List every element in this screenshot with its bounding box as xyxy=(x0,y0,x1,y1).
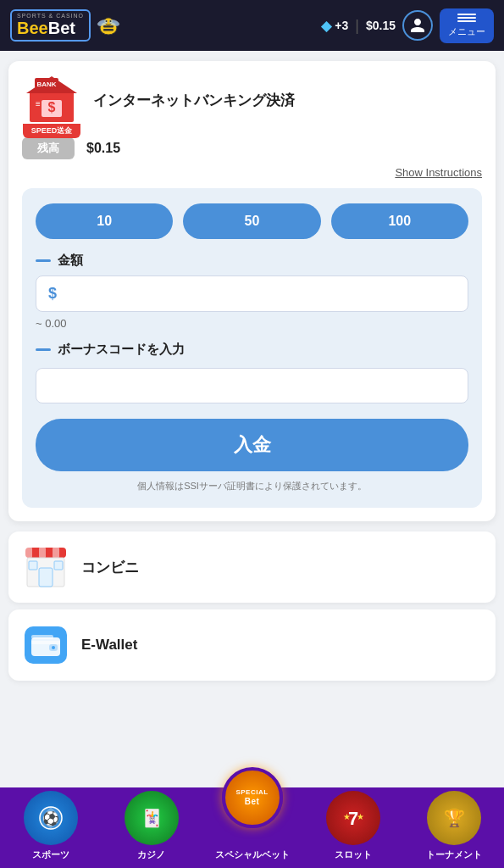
quick-amounts: 10 50 100 xyxy=(36,203,468,239)
approx-value: ~ 0.00 xyxy=(36,317,468,330)
special-icon-wrap: SPECIAL Bet xyxy=(222,767,283,828)
svg-rect-19 xyxy=(53,548,59,558)
bank-logo: BANK $ ≡ SPEED送金 xyxy=(22,75,81,125)
hamburger-icon xyxy=(457,20,476,22)
diamond-icon: ◆ xyxy=(321,18,331,34)
quick-amount-50[interactable]: 50 xyxy=(183,203,320,239)
show-instructions-row: Show Instructions xyxy=(22,164,482,180)
nav-casino[interactable]: 🃏 カジノ xyxy=(101,787,202,868)
special-icon: SPECIAL Bet xyxy=(222,767,283,828)
konbini-section[interactable]: コンビニ xyxy=(8,531,496,603)
nav-tournament-label: トーナメント xyxy=(426,849,482,861)
menu-button[interactable]: メニュー xyxy=(440,8,494,43)
svg-rect-23 xyxy=(54,561,63,570)
hamburger-icon xyxy=(457,14,476,15)
bank-header: BANK $ ≡ SPEED送金 xyxy=(22,75,482,125)
dollar-prefix: $ xyxy=(48,285,57,303)
logo: SPORTS & CASINO Bee Bet xyxy=(10,9,123,42)
user-icon-button[interactable] xyxy=(402,10,433,41)
bonus-label-row: ボーナスコードを入力 xyxy=(36,342,468,358)
logo-bet: Bet xyxy=(48,19,75,38)
svg-rect-17 xyxy=(25,548,32,558)
bonus-label: ボーナスコードを入力 xyxy=(58,342,185,358)
bank-house: BANK $ ≡ xyxy=(23,75,80,127)
security-note: 個人情報はSSIサーバ証明書により保護されています。 xyxy=(36,480,468,492)
amount-label-row: 金額 xyxy=(36,253,468,269)
mascot-icon xyxy=(94,11,123,40)
konbini-title: コンビニ xyxy=(81,558,139,577)
bank-title: インターネットバンキング決済 xyxy=(93,91,295,110)
quick-amount-10[interactable]: 10 xyxy=(36,203,173,239)
ewallet-title: E-Wallet xyxy=(81,637,137,654)
form-card: 10 50 100 金額 $ ~ 0.00 ボーナスコードを入力 入金 xyxy=(22,188,482,508)
svg-point-8 xyxy=(110,20,112,22)
bonus-input[interactable] xyxy=(36,368,468,403)
amount-label: 金額 xyxy=(58,253,83,269)
ewallet-icon-box xyxy=(24,623,68,667)
amount-input[interactable] xyxy=(64,287,456,301)
svg-text:BANK: BANK xyxy=(36,81,56,88)
amount-input-wrap: $ xyxy=(36,275,468,312)
amount-dash xyxy=(36,259,51,262)
menu-label: メニュー xyxy=(448,25,485,38)
nav-casino-label: カジノ xyxy=(137,849,165,861)
bank-logo-container: BANK $ ≡ SPEED送金 xyxy=(22,75,81,138)
logo-main: Bee Bet xyxy=(17,19,84,38)
svg-rect-2 xyxy=(103,25,114,28)
balance-amount: $0.15 xyxy=(86,141,120,156)
logo-box: SPORTS & CASINO Bee Bet xyxy=(10,9,91,42)
svg-text:🃏: 🃏 xyxy=(141,808,162,828)
svg-text:★: ★ xyxy=(356,812,363,821)
quick-amount-100[interactable]: 100 xyxy=(331,203,468,239)
svg-text:★: ★ xyxy=(342,812,350,821)
nav-special[interactable]: SPECIAL Bet スペシャルベット xyxy=(202,787,302,868)
konbini-icon-box xyxy=(24,545,68,589)
svg-rect-21 xyxy=(39,568,53,587)
nav-tournament[interactable]: 🏆 トーナメント xyxy=(403,787,504,868)
nav-slots[interactable]: 7 ★ ★ スロット xyxy=(302,787,403,868)
header-right: ◆ +3 | $0.15 メニュー xyxy=(321,8,494,43)
logo-tagline: SPORTS & CASINO xyxy=(17,13,84,19)
casino-icon: 🃏 xyxy=(125,791,179,845)
bank-icon: BANK $ ≡ SPEED送金 xyxy=(22,75,81,138)
svg-rect-3 xyxy=(103,29,114,31)
balance-label: 残高 xyxy=(22,137,75,159)
main-content: BANK $ ≡ SPEED送金 xyxy=(0,61,504,789)
logo-bee: Bee xyxy=(17,19,48,38)
special-bet-text: SPECIAL Bet xyxy=(235,789,268,806)
deposit-button[interactable]: 入金 xyxy=(36,419,468,471)
svg-rect-22 xyxy=(29,561,37,570)
svg-text:⚽: ⚽ xyxy=(42,810,59,826)
svg-rect-25 xyxy=(31,641,60,644)
bottom-nav: ⚽ スポーツ 🃏 カジノ SPECIAL Bet スペシャルベット xyxy=(0,787,504,868)
nav-sports-label: スポーツ xyxy=(32,849,69,861)
header-balance: $0.15 xyxy=(366,19,396,32)
app-header: SPORTS & CASINO Bee Bet ◆ +3 xyxy=(0,0,504,51)
svg-rect-28 xyxy=(31,635,53,639)
ewallet-section[interactable]: E-Wallet xyxy=(8,609,496,681)
balance-row: 残高 $0.15 xyxy=(22,137,482,159)
diamond-count: +3 xyxy=(335,19,348,32)
nav-sports[interactable]: ⚽ スポーツ xyxy=(0,787,101,868)
svg-rect-18 xyxy=(39,548,46,558)
nav-slots-label: スロット xyxy=(335,849,372,861)
hamburger-icon xyxy=(457,17,476,19)
svg-point-7 xyxy=(106,20,108,22)
wallet-icon xyxy=(25,626,67,664)
diamond-badge: ◆ +3 xyxy=(321,18,348,34)
divider: | xyxy=(355,17,359,35)
svg-text:$: $ xyxy=(48,100,56,114)
slots-icon: 7 ★ ★ xyxy=(326,791,380,845)
bank-section: BANK $ ≡ SPEED送金 xyxy=(8,61,496,521)
tournament-icon: 🏆 xyxy=(427,791,481,845)
show-instructions-link[interactable]: Show Instructions xyxy=(395,166,482,179)
bonus-dash xyxy=(36,348,51,351)
svg-text:≡: ≡ xyxy=(36,99,41,108)
svg-point-27 xyxy=(52,646,55,649)
svg-text:🏆: 🏆 xyxy=(443,808,464,828)
nav-special-label: スペシャルベット xyxy=(215,849,290,861)
sports-icon: ⚽ xyxy=(24,791,78,845)
